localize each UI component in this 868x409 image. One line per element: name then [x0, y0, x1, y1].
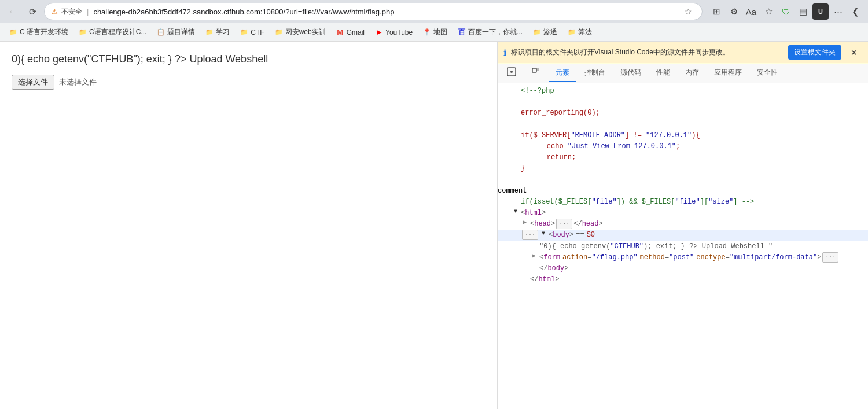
comment-text: <!--?php — [521, 86, 554, 97]
bookmark-label: 算法 — [578, 27, 592, 37]
dots-btn-before-body[interactable]: ··· — [522, 230, 538, 240]
code-line-form: ▶ <form action="/flag.php" method="post"… — [498, 252, 868, 263]
tab-source[interactable]: 源代码 — [613, 64, 648, 82]
code-text: if($_SERVER["REMOTE_ADDR"] != "127.0.0.1… — [521, 130, 700, 141]
body-dollar-zero: $0 — [587, 230, 595, 241]
settings-button[interactable]: ⋯ — [830, 3, 846, 20]
top-bar: ← ⟳ ⚠ 不安全 | challenge-db2a6bb3f5ddf472.s… — [0, 0, 868, 23]
code-line-close-body: </body> — [498, 263, 868, 274]
text-node-content: "0){ echo getenv("CTFHUB"); exit; } ?> U… — [539, 241, 773, 252]
reading-mode-button[interactable]: ▤ — [795, 3, 811, 20]
bookmark-ctf[interactable]: 📁 CTF — [236, 27, 269, 38]
code-text: return; — [530, 152, 576, 163]
bookmark-label: 渗透 — [543, 27, 557, 37]
devtools-code-view[interactable]: <!--?php error_reporting(0); if($_SERVER… — [498, 83, 868, 409]
bookmark-youtube[interactable]: ▶ YouTube — [370, 27, 417, 38]
bookmark-gmail[interactable]: M Gmail — [332, 27, 369, 38]
bookmark-label: C 语言开发环境 — [20, 27, 68, 37]
tab-application[interactable]: 应用程序 — [707, 64, 749, 82]
bookmark-algorithm[interactable]: 📁 算法 — [563, 25, 597, 39]
tab-memory-label: 内存 — [685, 68, 699, 78]
code-line: if($_SERVER["REMOTE_ADDR"] != "127.0.0.1… — [498, 130, 868, 141]
bookmark-label: 学习 — [216, 27, 230, 37]
expand-html[interactable]: ▼ — [512, 208, 520, 216]
bookmark-topic-detail[interactable]: 📋 题目详情 — [152, 25, 200, 39]
main-area: 0){ echo getenv("CTFHUB"); exit; } ?> Up… — [0, 42, 868, 409]
dismiss-infobar-button[interactable]: ✕ — [846, 46, 862, 60]
baidu-icon: 百 — [458, 28, 466, 36]
collapsed-content-head[interactable]: ··· — [556, 219, 572, 229]
collapsed-content-form[interactable]: ··· — [822, 252, 838, 263]
code-line-body: ··· ▼ <body> == $0 — [498, 230, 868, 241]
body-equals: == — [576, 230, 584, 241]
tab-grid-button[interactable]: ⊞ — [708, 3, 724, 20]
code-text: echo "Just View From 127.0.0.1"; — [530, 141, 680, 152]
tab-select[interactable] — [524, 64, 547, 83]
extension-button[interactable]: ⚙ — [726, 3, 742, 20]
tab-elements[interactable]: 元素 — [549, 64, 576, 82]
code-line-text-node: "0){ echo getenv("CTFHUB"); exit; } ?> U… — [498, 241, 868, 252]
code-line: return; — [498, 152, 868, 163]
maps-icon: 📍 — [423, 28, 431, 36]
code-text: error_reporting(0); — [521, 108, 600, 119]
bookmark-star-button[interactable]: ☆ — [681, 5, 695, 19]
tab-inspect[interactable] — [500, 64, 523, 83]
code-line-blank — [498, 119, 868, 130]
address-icons: ☆ — [681, 5, 695, 19]
svg-rect-3 — [536, 68, 539, 71]
expand-body[interactable]: ▼ — [539, 230, 547, 238]
tab-source-label: 源代码 — [620, 68, 641, 78]
expand-form[interactable]: ▶ — [530, 252, 538, 260]
bookmark-study[interactable]: 📁 学习 — [201, 25, 234, 39]
set-root-button[interactable]: 设置根文件夹 — [788, 45, 841, 60]
folder-icon: 📁 — [9, 28, 17, 36]
tab-security[interactable]: 安全性 — [750, 64, 785, 82]
more-button[interactable]: ❮ — [847, 3, 863, 20]
profile-button[interactable]: U — [812, 3, 829, 20]
bookmark-label: YouTube — [385, 28, 413, 36]
bookmark-netsec[interactable]: 📁 网安web实训 — [270, 25, 330, 39]
bookmark-seentao[interactable]: 📁 渗透 — [528, 25, 562, 39]
code-line-close-html: </html> — [498, 274, 868, 285]
bookmark-label: CTF — [251, 28, 264, 36]
expand-head[interactable]: ▶ — [521, 219, 529, 227]
bookmark-c-lang-dev[interactable]: 📁 C 语言开发环境 — [5, 25, 73, 39]
code-text: } — [521, 163, 525, 174]
tab-elements-label: 元素 — [556, 68, 569, 78]
tab-performance[interactable]: 性能 — [649, 64, 677, 82]
bookmark-maps[interactable]: 📍 地图 — [418, 25, 452, 39]
svg-point-1 — [510, 71, 513, 73]
star-button[interactable]: ☆ — [760, 3, 777, 20]
choose-file-button[interactable]: 选择文件 — [12, 75, 54, 90]
tab-security-label: 安全性 — [757, 68, 778, 78]
back-button[interactable]: ← — [5, 3, 21, 20]
tab-performance-label: 性能 — [656, 68, 670, 78]
tab-console-label: 控制台 — [584, 68, 605, 78]
devtools-panel: ℹ 标识项目的根文件夹以打开Visual Studio Code中的源文件并同步… — [498, 42, 868, 409]
infobar-text: 标识项目的根文件夹以打开Visual Studio Code中的源文件并同步更改… — [511, 47, 784, 57]
address-bar[interactable]: ⚠ 不安全 | challenge-db2a6bb3f5ddf472.sandb… — [44, 3, 703, 20]
bookmark-label: 网安web实训 — [285, 27, 326, 37]
bookmark-label: Gmail — [347, 28, 365, 36]
font-size-button[interactable]: Aa — [743, 3, 759, 20]
folder-icon: 📁 — [533, 28, 541, 36]
url-text[interactable]: challenge-db2a6bb3f5ddf472.sandbox.ctfhu… — [93, 8, 678, 16]
bookmark-label: 百度一下，你就... — [468, 27, 523, 37]
shield-button[interactable]: 🛡 — [778, 3, 794, 20]
page-title: 0){ echo getenv("CTFHUB"); exit; } ?> Up… — [12, 53, 486, 65]
comment-text: if(isset($_FILES["file"]) && $_FILES["fi… — [521, 197, 754, 208]
separator: | — [87, 8, 89, 16]
tab-memory[interactable]: 内存 — [678, 64, 706, 82]
security-warning-icon: ⚠ — [52, 8, 58, 16]
refresh-button[interactable]: ⟳ — [24, 3, 41, 20]
bookmark-baidu[interactable]: 百 百度一下，你就... — [453, 25, 527, 39]
devtools-tabs: 元素 控制台 源代码 性能 内存 应用程序 安全性 — [498, 64, 868, 83]
folder-icon: 📁 — [240, 28, 248, 36]
code-line-head: ▶ <head> ··· </head> — [498, 219, 868, 230]
bookmark-c-lang-design[interactable]: 📁 C语言程序设计C... — [74, 25, 151, 39]
youtube-icon: ▶ — [375, 28, 383, 36]
code-line-blank — [498, 97, 868, 108]
folder-icon: 📁 — [205, 28, 214, 36]
tab-console[interactable]: 控制台 — [578, 64, 612, 82]
bookmark-label: 题目详情 — [167, 27, 195, 37]
